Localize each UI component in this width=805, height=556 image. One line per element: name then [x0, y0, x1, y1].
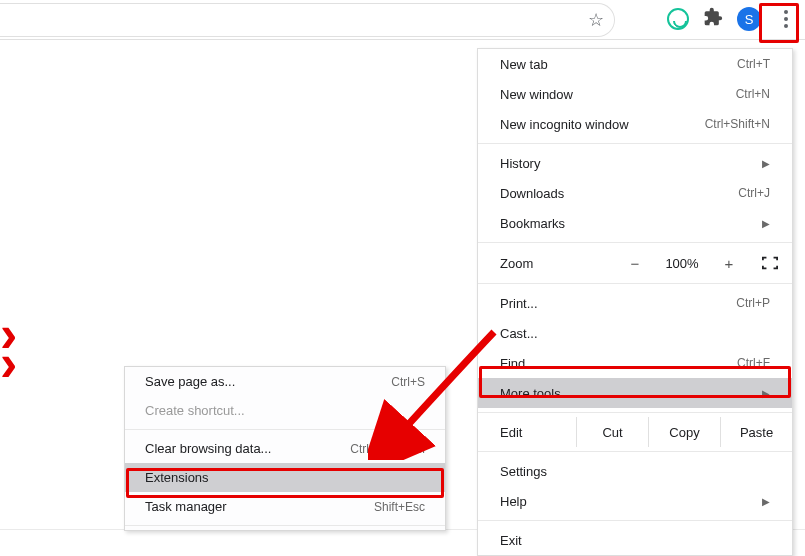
menu-label: Cast...	[500, 326, 538, 341]
menu-find[interactable]: Find... Ctrl+F	[478, 348, 792, 378]
chevron-right-icon: ▶	[762, 158, 770, 169]
submenu-save-page[interactable]: Save page as... Ctrl+S	[125, 367, 445, 396]
chrome-main-menu: New tab Ctrl+T New window Ctrl+N New inc…	[477, 48, 793, 556]
chevron-right-icon: ▶	[762, 496, 770, 507]
menu-shortcut: Shift+Esc	[374, 500, 425, 514]
toolbar-right: S	[667, 6, 797, 32]
menu-shortcut: Ctrl+N	[736, 87, 770, 101]
menu-separator	[125, 525, 445, 526]
menu-label: Print...	[500, 296, 538, 311]
bookmark-star-icon[interactable]: ☆	[588, 9, 604, 31]
menu-new-tab[interactable]: New tab Ctrl+T	[478, 49, 792, 79]
menu-label: Task manager	[145, 499, 227, 514]
profile-avatar[interactable]: S	[737, 7, 761, 31]
edit-cut-button[interactable]: Cut	[576, 417, 648, 447]
menu-shortcut: Ctrl+F	[737, 356, 770, 370]
menu-separator	[478, 520, 792, 521]
menu-label: Edit	[500, 417, 576, 447]
menu-shortcut: Ctrl+S	[391, 375, 425, 389]
browser-toolbar: ☆ S	[0, 0, 805, 40]
submenu-extensions[interactable]: Extensions	[125, 463, 445, 492]
page-fragment-red-accent: ››	[0, 320, 18, 378]
menu-label: Extensions	[145, 470, 209, 485]
menu-settings[interactable]: Settings	[478, 456, 792, 486]
menu-separator	[478, 283, 792, 284]
chevron-right-icon: ▶	[762, 388, 770, 399]
menu-label: Bookmarks	[500, 216, 565, 231]
menu-cast[interactable]: Cast...	[478, 318, 792, 348]
zoom-value: 100%	[654, 256, 710, 271]
menu-more-tools[interactable]: More tools ▶	[478, 378, 792, 408]
address-bar[interactable]: ☆	[0, 3, 615, 37]
menu-bookmarks[interactable]: Bookmarks ▶	[478, 208, 792, 238]
menu-label: Exit	[500, 533, 522, 548]
menu-label: New window	[500, 87, 573, 102]
menu-label: Find...	[500, 356, 536, 371]
menu-label: Settings	[500, 464, 547, 479]
fullscreen-icon	[762, 256, 778, 270]
menu-label: History	[500, 156, 540, 171]
menu-shortcut: Ctrl+J	[738, 186, 770, 200]
menu-new-incognito[interactable]: New incognito window Ctrl+Shift+N	[478, 109, 792, 139]
menu-print[interactable]: Print... Ctrl+P	[478, 288, 792, 318]
menu-label: More tools	[500, 386, 561, 401]
menu-label: Save page as...	[145, 374, 235, 389]
menu-separator	[478, 412, 792, 413]
menu-separator	[125, 429, 445, 430]
menu-downloads[interactable]: Downloads Ctrl+J	[478, 178, 792, 208]
menu-shortcut: Ctrl+Shift+Del	[350, 442, 425, 456]
more-vert-icon	[784, 10, 788, 28]
menu-exit[interactable]: Exit	[478, 525, 792, 555]
chevron-right-icon: ▶	[762, 218, 770, 229]
menu-shortcut: Ctrl+P	[736, 296, 770, 310]
extensions-puzzle-icon[interactable]	[703, 7, 723, 31]
grammarly-extension-icon[interactable]	[667, 8, 689, 30]
menu-label: Downloads	[500, 186, 564, 201]
menu-label: Zoom	[500, 256, 600, 271]
menu-new-window[interactable]: New window Ctrl+N	[478, 79, 792, 109]
zoom-out-button[interactable]: −	[616, 255, 654, 272]
menu-label: Create shortcut...	[145, 403, 245, 418]
menu-separator	[478, 451, 792, 452]
menu-shortcut: Ctrl+Shift+N	[705, 117, 770, 131]
menu-label: New incognito window	[500, 117, 629, 132]
menu-help[interactable]: Help ▶	[478, 486, 792, 516]
submenu-clear-data[interactable]: Clear browsing data... Ctrl+Shift+Del	[125, 434, 445, 463]
submenu-create-shortcut: Create shortcut...	[125, 396, 445, 425]
edit-copy-button[interactable]: Copy	[648, 417, 720, 447]
menu-shortcut: Ctrl+T	[737, 57, 770, 71]
edit-paste-button[interactable]: Paste	[720, 417, 792, 447]
submenu-task-manager[interactable]: Task manager Shift+Esc	[125, 492, 445, 521]
menu-label: Clear browsing data...	[145, 441, 271, 456]
menu-zoom-row: Zoom − 100% +	[478, 247, 792, 279]
menu-separator	[478, 143, 792, 144]
more-tools-submenu: Save page as... Ctrl+S Create shortcut..…	[124, 366, 446, 531]
kebab-menu-button[interactable]	[775, 6, 797, 32]
menu-history[interactable]: History ▶	[478, 148, 792, 178]
fullscreen-button[interactable]	[748, 256, 792, 270]
menu-label: New tab	[500, 57, 548, 72]
menu-label: Help	[500, 494, 527, 509]
zoom-in-button[interactable]: +	[710, 255, 748, 272]
menu-separator	[478, 242, 792, 243]
menu-edit-row: Edit Cut Copy Paste	[478, 417, 792, 447]
